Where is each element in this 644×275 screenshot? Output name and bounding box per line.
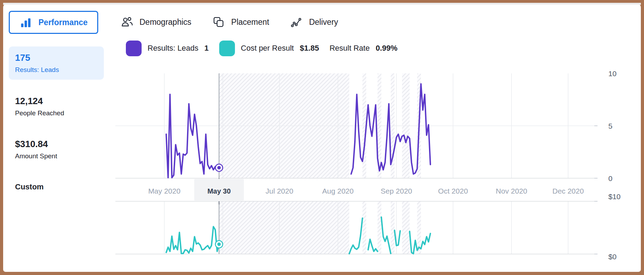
month-axis-label[interactable]: May 2020 (148, 187, 180, 195)
tab-demographics-label: Demographics (139, 17, 191, 27)
custom-metrics-header: Custom (9, 182, 104, 191)
legend-label: Result Rate (329, 44, 370, 53)
bar-chart-icon (19, 16, 33, 29)
metric-value: 12,124 (15, 96, 104, 107)
month-axis-label[interactable]: Sep 2020 (381, 187, 412, 195)
no-data-hatch-region (417, 201, 421, 254)
results-leads-selected-marker-dot (217, 166, 221, 169)
tab-delivery-label: Delivery (309, 17, 338, 27)
legend-cost-per-result: Cost per Result $1.85 (219, 41, 319, 56)
y-axis-label: $0 (608, 253, 616, 261)
legend-swatch-0 (126, 41, 142, 56)
chart-legend: Results: Leads 1 Cost per Result $1.85 R… (126, 39, 398, 57)
metric-label: People Reached (15, 109, 104, 117)
metrics-sidebar: 175 Results: Leads 12,124 People Reached… (9, 46, 104, 191)
legend-swatch-1 (219, 41, 235, 56)
no-data-hatch-region (378, 201, 381, 254)
y-axis-label: 0 (608, 174, 613, 182)
y-axis-label: $10 (608, 193, 621, 201)
legend-value: 1 (205, 44, 209, 53)
overlapping-squares-icon (212, 16, 225, 29)
tab-delivery[interactable]: Delivery (290, 16, 338, 29)
month-axis-label[interactable]: Jul 2020 (266, 187, 293, 195)
cost-per-result-line (349, 218, 363, 254)
no-data-hatch-region (391, 201, 395, 254)
legend-value: $1.85 (300, 44, 319, 53)
month-axis-label[interactable]: Dec 2020 (552, 187, 584, 195)
metric-label: Amount Spent (15, 152, 104, 160)
cost-per-result-selected-marker-dot (217, 243, 221, 246)
legend-result-rate: Result Rate 0.99% (329, 44, 397, 53)
metric-label: Results: Leads (15, 66, 98, 74)
tab-placement[interactable]: Placement (212, 16, 269, 29)
no-data-hatch-region (402, 201, 410, 254)
metric-results-leads[interactable]: 175 Results: Leads (9, 46, 104, 80)
trend-line-icon (290, 16, 303, 29)
month-axis-label[interactable]: Nov 2020 (496, 187, 527, 195)
metric-people-reached[interactable]: 12,124 People Reached (9, 96, 104, 117)
metric-amount-spent[interactable]: $310.84 Amount Spent (9, 139, 104, 160)
cost-per-result-line (368, 239, 378, 252)
cost-per-result-line (381, 217, 391, 253)
metric-value: 175 (15, 52, 98, 63)
tab-performance[interactable]: Performance (9, 11, 98, 34)
y-axis-label: 10 (608, 70, 616, 78)
no-data-hatch-region (219, 201, 349, 254)
tab-placement-label: Placement (231, 17, 269, 27)
metric-value: $310.84 (15, 139, 104, 150)
month-axis-label[interactable]: Aug 2020 (322, 187, 354, 195)
people-icon (121, 16, 134, 29)
cost-per-result-line (394, 230, 400, 246)
y-axis-label: 5 (608, 122, 613, 130)
month-axis-label[interactable]: Oct 2020 (438, 187, 468, 195)
selected-date-label[interactable]: May 30 (207, 187, 231, 195)
results-leads-line (166, 94, 219, 178)
tab-performance-label: Performance (38, 18, 88, 27)
legend-value: 0.99% (375, 44, 397, 53)
legend-results-leads: Results: Leads 1 (126, 41, 209, 56)
legend-label: Results: Leads (148, 44, 199, 53)
report-tabs: Demographics Placement Delivery (121, 11, 338, 33)
no-data-hatch-region (363, 201, 366, 254)
tab-demographics[interactable]: Demographics (121, 16, 191, 29)
legend-label: Cost per Result (241, 44, 294, 53)
ads-performance-report: May 2020Jul 2020Aug 2020Sep 2020Oct 2020… (0, 0, 644, 275)
cost-per-result-line (166, 227, 219, 254)
